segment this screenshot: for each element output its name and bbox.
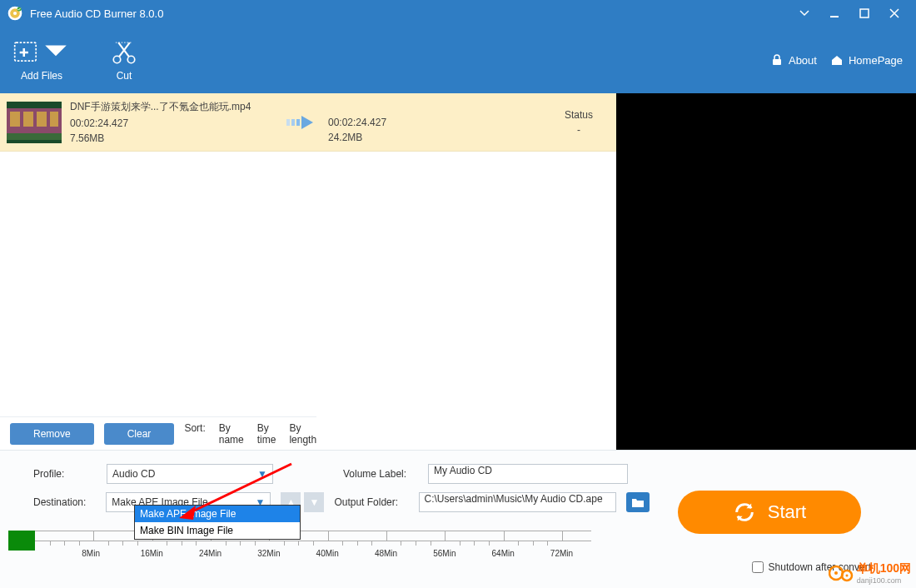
tick-label: 56Min <box>433 549 456 558</box>
file-thumbnail <box>7 102 62 143</box>
volume-label-label: Volume Label: <box>343 468 418 480</box>
folder-icon <box>631 496 645 508</box>
svg-point-2 <box>13 12 17 15</box>
svg-rect-16 <box>7 133 62 140</box>
tick-label: 48Min <box>375 549 397 558</box>
arrow-icon <box>286 112 320 132</box>
svg-rect-5 <box>860 9 869 17</box>
browse-folder-button[interactable] <box>626 492 650 512</box>
homepage-link[interactable]: HomePage <box>830 53 903 67</box>
cut-button[interactable]: Cut <box>110 38 138 82</box>
tick-label: 64Min <box>492 549 515 558</box>
svg-point-8 <box>127 56 135 63</box>
cut-label: Cut <box>117 70 132 82</box>
titlebar: Free Audio CD Burner 8.0.0 <box>0 0 916 27</box>
maximize-button[interactable] <box>849 3 879 23</box>
dropdown-option-bin[interactable]: Make BIN Image File <box>135 522 300 539</box>
watermark-icon <box>829 563 854 583</box>
profile-label: Profile: <box>33 468 97 480</box>
sort-by-length[interactable]: By length <box>289 422 316 446</box>
chevron-down-button[interactable] <box>789 3 819 23</box>
dropdown-option-ape[interactable]: Make APE Image File <box>135 506 300 522</box>
file-out-size: 24.2MB <box>328 132 428 143</box>
app-logo-icon <box>7 5 23 22</box>
lock-icon <box>770 53 784 67</box>
bottom-panel: Profile: Audio CD ▼ Volume Label: My Aud… <box>0 450 916 588</box>
add-files-button[interactable]: Add Files <box>13 38 70 82</box>
svg-rect-4 <box>830 16 839 17</box>
svg-rect-17 <box>286 119 290 126</box>
file-list: DNF手游策划来学...了不氪金也能玩.mp4 00:02:24.427 7.5… <box>0 93 616 450</box>
action-row: Remove Clear Sort: By name By time By le… <box>0 416 316 450</box>
move-down-button[interactable]: ▼ <box>304 492 324 512</box>
tick-label: 24Min <box>199 549 222 558</box>
chevron-down-icon: ▼ <box>257 468 267 480</box>
about-link[interactable]: About <box>770 53 817 67</box>
toolbar: Add Files Cut About HomePage <box>0 27 916 93</box>
sort-label: Sort: <box>184 422 205 446</box>
sort-by-time[interactable]: By time <box>257 422 276 446</box>
file-status-label: Status <box>565 109 593 121</box>
svg-rect-19 <box>296 119 300 126</box>
app-title: Free Audio CD Burner 8.0.0 <box>30 7 163 20</box>
add-files-label: Add Files <box>21 70 62 82</box>
tick-label: 40Min <box>316 549 339 558</box>
shutdown-checkbox[interactable] <box>752 561 764 573</box>
remove-button[interactable]: Remove <box>10 423 94 445</box>
watermark: 单机100网 danji100.com <box>829 561 911 585</box>
file-row[interactable]: DNF手游策划来学...了不氪金也能玩.mp4 00:02:24.427 7.5… <box>0 93 616 152</box>
svg-point-25 <box>834 571 838 575</box>
svg-rect-15 <box>50 112 58 127</box>
tick-label: 32Min <box>257 549 280 558</box>
destination-label: Destination: <box>33 496 96 508</box>
svg-rect-18 <box>291 119 295 126</box>
refresh-icon <box>733 501 756 524</box>
svg-point-7 <box>113 56 121 63</box>
tick-label: 72Min <box>550 549 573 558</box>
svg-rect-9 <box>773 59 781 65</box>
preview-pane <box>616 93 916 450</box>
tick-label: 16Min <box>141 549 163 558</box>
file-name: DNF手游策划来学...了不氪金也能玩.mp4 <box>70 100 278 114</box>
file-out-duration: 00:02:24.427 <box>328 117 428 128</box>
tick-label: 8Min <box>82 549 100 558</box>
start-button[interactable]: Start <box>678 491 861 534</box>
svg-rect-12 <box>10 112 20 127</box>
file-size: 7.56MB <box>70 132 278 144</box>
close-button[interactable] <box>879 3 909 23</box>
output-folder-label: Output Folder: <box>334 496 408 508</box>
clear-button[interactable]: Clear <box>104 423 175 445</box>
output-folder-input[interactable]: C:\Users\admin\Music\My Audio CD.ape <box>419 492 617 512</box>
minimize-button[interactable] <box>819 3 849 23</box>
home-icon <box>830 53 844 67</box>
volume-label-input[interactable]: My Audio CD <box>428 464 628 484</box>
destination-dropdown: Make APE Image File Make BIN Image File <box>134 505 301 540</box>
file-status-value: - <box>577 124 580 136</box>
svg-rect-14 <box>37 112 47 127</box>
profile-select[interactable]: Audio CD ▼ <box>107 464 273 484</box>
timeline-used-segment <box>8 531 35 551</box>
svg-point-27 <box>845 574 848 576</box>
file-duration: 00:02:24.427 <box>70 117 278 129</box>
svg-rect-13 <box>23 112 33 127</box>
sort-by-name[interactable]: By name <box>219 422 244 446</box>
